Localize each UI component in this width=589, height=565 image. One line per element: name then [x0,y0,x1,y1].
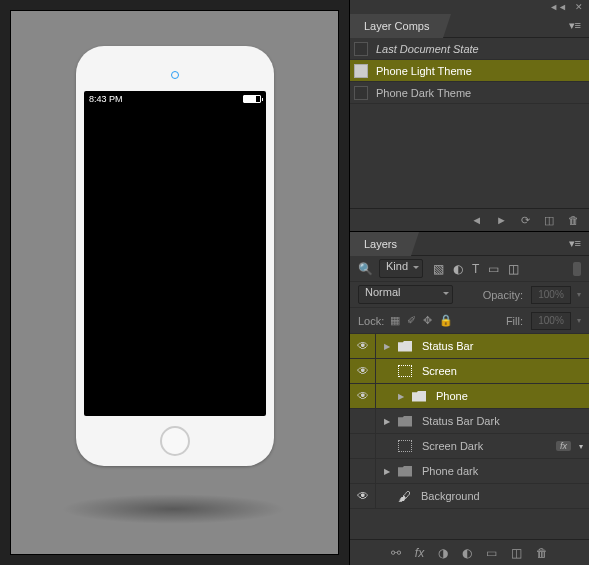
layer-name: Status Bar Dark [422,415,500,427]
lock-all-icon[interactable]: 🔒 [439,314,453,327]
folder-icon [398,341,412,352]
layer-name: Status Bar [422,340,473,352]
phone-speaker [171,71,179,79]
close-icon[interactable]: ✕ [575,2,583,12]
blend-mode-dropdown[interactable]: Normal [358,285,453,304]
layer-comp-row[interactable]: Phone Light Theme [350,60,589,82]
visibility-toggle[interactable]: 👁 [350,334,376,358]
layer-comps-list[interactable]: Last Document StatePhone Light ThemePhon… [350,38,589,208]
delete-comp-icon[interactable]: 🗑 [568,214,579,226]
panel-collapse-bar[interactable]: ◄◄ ✕ [350,0,589,14]
layer-style-icon[interactable]: fx [415,546,424,560]
fx-expand-icon[interactable]: ▾ [579,442,583,451]
layer-row[interactable]: 👁🖌Background [350,484,589,509]
comp-thumb-icon [354,86,368,100]
filter-kind-dropdown[interactable]: Kind [379,259,423,278]
disclosure-arrow[interactable]: ▶ [384,467,394,476]
lock-transparent-icon[interactable]: ▦ [390,314,400,327]
next-comp-icon[interactable]: ► [496,214,507,226]
opacity-label: Opacity: [483,289,523,301]
layer-comp-row[interactable]: Last Document State [350,38,589,60]
search-icon: 🔍 [358,262,373,276]
folder-icon [398,416,412,427]
layers-header: Layers ▾≡ [350,232,589,256]
layers-menu-icon[interactable]: ▾≡ [561,237,589,250]
disclosure-arrow[interactable]: ▶ [384,417,394,426]
layer-row[interactable]: 👁▶Status Bar Dark [350,409,589,434]
layer-row[interactable]: 👁▶Phone dark [350,459,589,484]
comp-label: Phone Light Theme [376,65,472,77]
new-group-icon[interactable]: ▭ [486,546,497,560]
filter-shape-icon[interactable]: ▭ [488,262,499,276]
layer-name: Background [421,490,480,502]
collapse-icon[interactable]: ◄◄ [549,2,567,12]
battery-icon [243,95,261,103]
phone-mockup: 8:43 PM [76,46,274,466]
filter-toggle[interactable] [573,262,581,276]
lock-row: Lock: ▦ ✐ ✥ 🔒 Fill: 100% ▾ [350,308,589,334]
fill-input[interactable]: 100% [531,312,571,330]
layer-comp-row[interactable]: Phone Dark Theme [350,82,589,104]
visibility-toggle[interactable]: 👁 [350,484,376,508]
layer-list[interactable]: 👁▶Status Bar👁Screen👁▶Phone👁▶Status Bar D… [350,334,589,539]
filter-type-icon[interactable]: T [472,262,479,276]
layer-name: Phone [436,390,468,402]
fx-badge[interactable]: fx [556,441,571,451]
layer-comps-header: Layer Comps ▾≡ [350,14,589,38]
delete-layer-icon[interactable]: 🗑 [536,546,548,560]
lock-paint-icon[interactable]: ✐ [407,314,416,327]
new-layer-icon[interactable]: ◫ [511,546,522,560]
fill-label: Fill: [506,315,523,327]
filter-pixel-icon[interactable]: ▧ [433,262,444,276]
filter-adjust-icon[interactable]: ◐ [453,262,463,276]
layer-row[interactable]: 👁▶Status Bar [350,334,589,359]
comp-thumb-icon [354,64,368,78]
artboard-icon [398,440,412,452]
folder-icon [398,466,412,477]
visibility-toggle[interactable]: 👁 [350,384,376,408]
lock-label: Lock: [358,315,384,327]
adjustment-layer-icon[interactable]: ◐ [462,546,472,560]
visibility-toggle[interactable]: 👁 [350,409,376,433]
layer-row[interactable]: 👁Screen [350,359,589,384]
comp-thumb-icon [354,42,368,56]
statusbar-time: 8:43 PM [89,94,123,104]
layer-row[interactable]: 👁▶Phone [350,384,589,409]
panels-dock: ◄◄ ✕ Layer Comps ▾≡ Last Document StateP… [349,0,589,565]
visibility-toggle[interactable]: 👁 [350,434,376,458]
home-button [160,426,190,456]
status-bar: 8:43 PM [84,91,266,107]
lock-position-icon[interactable]: ✥ [423,314,432,327]
comp-label: Phone Dark Theme [376,87,471,99]
folder-icon [412,391,426,402]
layer-filter-row: 🔍 Kind ▧ ◐ T ▭ ◫ [350,256,589,282]
disclosure-arrow[interactable]: ▶ [398,392,408,401]
new-comp-icon[interactable]: ◫ [544,214,554,227]
canvas-area[interactable]: 8:43 PM [10,10,339,555]
filter-smart-icon[interactable]: ◫ [508,262,519,276]
blend-row: Normal Opacity: 100% ▾ [350,282,589,308]
comp-label: Last Document State [376,43,479,55]
panel-menu-icon[interactable]: ▾≡ [561,19,589,32]
layers-tab[interactable]: Layers [350,232,411,256]
link-layers-icon[interactable]: ⚯ [391,546,401,560]
layer-name: Screen Dark [422,440,483,452]
layer-mask-icon[interactable]: ◑ [438,546,448,560]
layer-comps-toolbar: ◄ ► ⟳ ◫ 🗑 [350,208,589,232]
layer-row[interactable]: 👁Screen Darkfx▾ [350,434,589,459]
phone-shadow [61,494,286,524]
layers-bottom-toolbar: ⚯ fx ◑ ◐ ▭ ◫ 🗑 [350,539,589,565]
brush-icon: 🖌 [398,489,411,504]
phone-screen: 8:43 PM [84,91,266,416]
opacity-input[interactable]: 100% [531,286,571,304]
update-comp-icon[interactable]: ⟳ [521,214,530,227]
artboard-icon [398,365,412,377]
prev-comp-icon[interactable]: ◄ [471,214,482,226]
disclosure-arrow[interactable]: ▶ [384,342,394,351]
layer-comps-tab[interactable]: Layer Comps [350,14,443,38]
visibility-toggle[interactable]: 👁 [350,459,376,483]
layer-name: Screen [422,365,457,377]
visibility-toggle[interactable]: 👁 [350,359,376,383]
layer-name: Phone dark [422,465,478,477]
